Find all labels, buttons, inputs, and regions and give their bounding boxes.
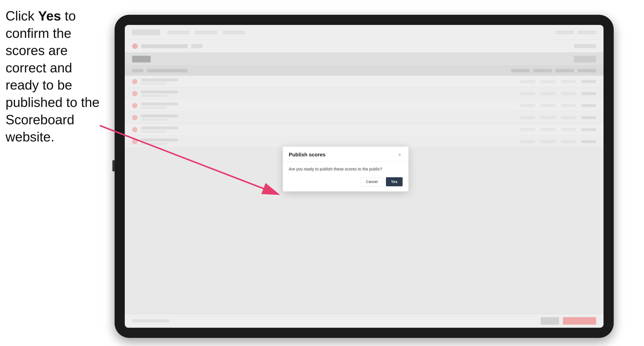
modal-title: Publish scores: [289, 152, 326, 158]
tablet-shell: Publish scores × Are you ready to publis…: [114, 15, 614, 338]
modal-overlay: Publish scores × Are you ready to publis…: [125, 25, 604, 328]
instruction-text-prefix: Click: [6, 8, 38, 23]
modal-confirm-button[interactable]: Yes: [386, 177, 402, 186]
modal-footer: Cancel Yes: [283, 177, 408, 191]
modal-cancel-button[interactable]: Cancel: [361, 177, 383, 186]
instruction-text: Click Yes to confirm the scores are corr…: [6, 7, 102, 146]
modal-body: Are you ready to publish these scores to…: [283, 162, 408, 177]
instruction-bold: Yes: [38, 8, 61, 23]
modal-message: Are you ready to publish these scores to…: [289, 166, 402, 172]
app-content: Publish scores × Are you ready to publis…: [125, 25, 604, 328]
modal-close-button[interactable]: ×: [397, 152, 402, 158]
publish-scores-dialog: Publish scores × Are you ready to publis…: [283, 147, 408, 191]
instruction-text-suffix: to confirm the scores are correct and re…: [6, 8, 100, 144]
modal-header: Publish scores ×: [283, 147, 408, 162]
tablet-screen: Publish scores × Are you ready to publis…: [125, 25, 604, 328]
tablet-side-button: [112, 160, 114, 171]
